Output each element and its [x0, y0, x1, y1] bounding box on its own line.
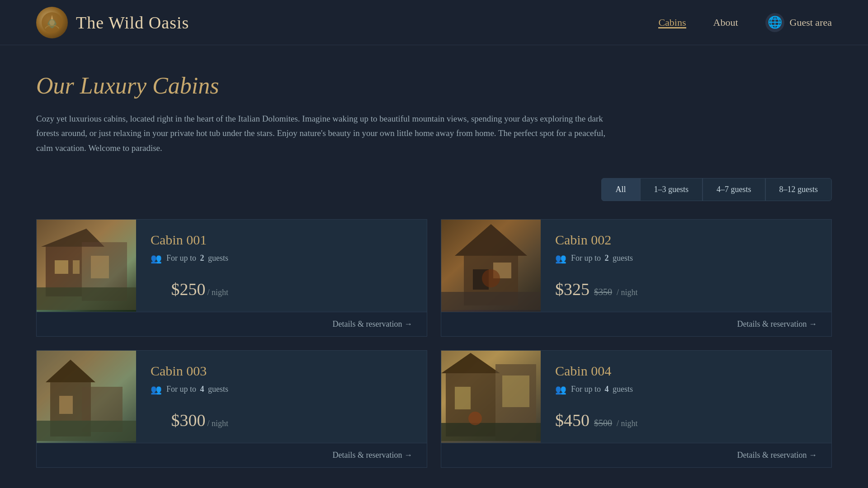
- cabin-image-001: [37, 220, 136, 312]
- cabin-price-area-001: $250 / night: [151, 279, 228, 299]
- filter-8-12[interactable]: 8–12 guests: [765, 178, 832, 201]
- cabin-details-link-002[interactable]: Details & reservation →: [441, 312, 831, 336]
- nav-link-about[interactable]: About: [713, 17, 738, 28]
- filter-4-7[interactable]: 4–7 guests: [703, 178, 765, 201]
- cabin-price-original-002: $350: [594, 287, 612, 297]
- cabin-price-per-001: / night: [208, 288, 229, 297]
- svg-rect-23: [37, 421, 136, 441]
- cabin-card-top-004: Cabin 004 👥 For up to 4 guests $450: [441, 351, 831, 443]
- svg-rect-9: [37, 287, 136, 310]
- cabin-price-per-002: / night: [617, 288, 638, 297]
- guests-icon-001: 👥: [151, 253, 162, 264]
- cabin-name-001: Cabin 001: [151, 232, 228, 248]
- cabin-header-003: Cabin 003 👥 For up to 4 guests: [151, 363, 228, 395]
- main-content: Our Luxury Cabins Cozy yet luxurious cab…: [0, 45, 868, 486]
- logo-area[interactable]: The Wild Oasis: [36, 7, 189, 38]
- cabin-info-003: Cabin 003 👥 For up to 4 guests $300: [136, 351, 243, 443]
- svg-rect-21: [59, 396, 73, 414]
- svg-rect-30: [441, 423, 541, 441]
- cabin-price-001: $250: [171, 280, 206, 299]
- page-description: Cozy yet luxurious cabins, located right…: [36, 112, 624, 155]
- cabin-header-004: Cabin 004 👥 For up to 4 guests: [555, 363, 638, 395]
- cabin-card-top-002: Cabin 002 👥 For up to 2 guests $325: [441, 220, 831, 312]
- cabin-guests-003: 👥 For up to 4 guests: [151, 384, 228, 395]
- cabin-price-area-003: $300 / night: [151, 410, 228, 430]
- cabins-grid: Cabin 001 👥 For up to 2 guests $250: [36, 219, 832, 468]
- svg-rect-6: [73, 260, 80, 274]
- guests-icon-002: 👥: [555, 253, 566, 264]
- nav-link-cabins[interactable]: Cabins: [658, 17, 686, 28]
- cabin-image-002: [441, 220, 541, 312]
- logo-icon: [36, 7, 68, 38]
- cabin-name-004: Cabin 004: [555, 363, 638, 379]
- cabin-card-004: Cabin 004 👥 For up to 4 guests $450: [441, 350, 832, 468]
- cabin-card-top-003: Cabin 003 👥 For up to 4 guests $300: [37, 351, 427, 443]
- svg-rect-27: [455, 387, 471, 409]
- cabin-name-003: Cabin 003: [151, 363, 228, 379]
- cabin-guests-text-001: For up to 2 guests: [166, 253, 228, 263]
- cabin-details-link-004[interactable]: Details & reservation →: [441, 443, 831, 467]
- cabin-guests-002: 👥 For up to 2 guests: [555, 253, 638, 264]
- cabin-guests-001: 👥 For up to 2 guests: [151, 253, 228, 264]
- filter-1-3[interactable]: 1–3 guests: [640, 178, 703, 201]
- brand-name: The Wild Oasis: [76, 13, 189, 33]
- cabin-price-004: $450: [555, 411, 590, 430]
- globe-icon: 🌐: [765, 13, 784, 32]
- guest-area-button[interactable]: 🌐 Guest area: [765, 13, 832, 32]
- cabin-info-001: Cabin 001 👥 For up to 2 guests $250: [136, 220, 243, 312]
- cabin-price-002: $325: [555, 280, 590, 299]
- cabin-price-per-003: / night: [208, 419, 229, 428]
- nav-active-indicator: [658, 27, 686, 28]
- svg-rect-16: [441, 292, 541, 310]
- cabin-guests-text-004: For up to 4 guests: [571, 385, 633, 394]
- filter-bar: All 1–3 guests 4–7 guests 8–12 guests: [36, 178, 832, 201]
- nav-cabins-wrapper: Cabins: [658, 17, 686, 28]
- cabin-guests-004: 👥 For up to 4 guests: [555, 384, 638, 395]
- cabin-info-004: Cabin 004 👥 For up to 4 guests $450: [541, 351, 652, 443]
- cabin-image-004: [441, 351, 541, 443]
- cabin-card-003: Cabin 003 👥 For up to 4 guests $300: [36, 350, 427, 468]
- cabin-card-002: Cabin 002 👥 For up to 2 guests $325: [441, 219, 832, 337]
- page-title: Our Luxury Cabins: [36, 72, 832, 99]
- cabin-price-area-004: $450 $500 / night: [555, 410, 638, 430]
- svg-point-15: [482, 269, 500, 287]
- cabin-name-002: Cabin 002: [555, 232, 638, 248]
- cabin-guests-text-003: For up to 4 guests: [166, 385, 228, 394]
- svg-rect-5: [55, 260, 68, 274]
- cabin-image-003: [37, 351, 136, 443]
- cabin-price-original-004: $500: [594, 418, 612, 428]
- cabin-guests-text-002: For up to 2 guests: [571, 253, 633, 263]
- cabin-price-area-002: $325 $350 / night: [555, 279, 638, 299]
- filter-all[interactable]: All: [601, 178, 640, 201]
- nav-links: Cabins About 🌐 Guest area: [658, 13, 832, 32]
- guests-icon-003: 👥: [151, 384, 162, 395]
- svg-rect-29: [502, 375, 529, 407]
- cabin-price-003: $300: [171, 411, 206, 430]
- cabin-card-top-001: Cabin 001 👥 For up to 2 guests $250: [37, 220, 427, 312]
- guest-area-label: Guest area: [790, 17, 832, 28]
- guests-icon-004: 👥: [555, 384, 566, 395]
- svg-point-1: [49, 20, 55, 25]
- cabin-details-link-003[interactable]: Details & reservation →: [37, 443, 427, 467]
- cabin-header-001: Cabin 001 👥 For up to 2 guests: [151, 232, 228, 264]
- cabin-price-per-004: / night: [617, 419, 638, 428]
- cabin-details-link-001[interactable]: Details & reservation →: [37, 312, 427, 336]
- svg-rect-8: [91, 256, 109, 278]
- navbar: The Wild Oasis Cabins About 🌐 Guest area: [0, 0, 868, 45]
- svg-point-31: [468, 412, 482, 425]
- cabin-card-001: Cabin 001 👥 For up to 2 guests $250: [36, 219, 427, 337]
- cabin-header-002: Cabin 002 👥 For up to 2 guests: [555, 232, 638, 264]
- cabin-info-002: Cabin 002 👥 For up to 2 guests $325: [541, 220, 652, 312]
